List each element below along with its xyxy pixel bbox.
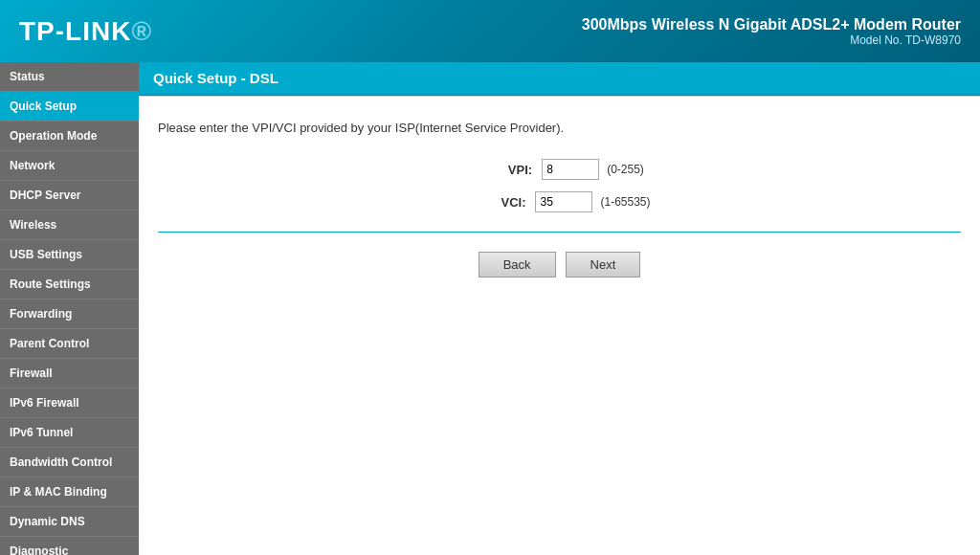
back-button[interactable]: Back bbox=[479, 252, 556, 278]
page-title: Quick Setup - DSL bbox=[139, 62, 980, 96]
header: TP-LINK® 300Mbps Wireless N Gigabit ADSL… bbox=[0, 0, 980, 62]
sidebar-item-forwarding[interactable]: Forwarding bbox=[0, 300, 139, 329]
vci-row: VCI: (1-65535) bbox=[158, 191, 961, 212]
sidebar-item-network[interactable]: Network bbox=[0, 151, 139, 181]
sidebar-item-dhcp-server[interactable]: DHCP Server bbox=[0, 181, 139, 211]
vpi-hint: (0-255) bbox=[607, 163, 644, 176]
logo-dot: ® bbox=[131, 16, 152, 46]
sidebar-item-firewall[interactable]: Firewall bbox=[0, 359, 139, 388]
model-number: Model No. TD-W8970 bbox=[582, 33, 961, 47]
sidebar-item-ipv6-tunnel[interactable]: IPv6 Tunnel bbox=[0, 418, 139, 448]
sidebar-item-usb-settings[interactable]: USB Settings bbox=[0, 240, 139, 270]
bottom-divider bbox=[158, 232, 961, 233]
sidebar-item-operation-mode[interactable]: Operation Mode bbox=[0, 122, 139, 151]
sidebar: StatusQuick SetupOperation ModeNetworkDH… bbox=[0, 62, 139, 555]
header-info: 300Mbps Wireless N Gigabit ADSL2+ Modem … bbox=[582, 16, 961, 47]
sidebar-item-dynamic-dns[interactable]: Dynamic DNS bbox=[0, 507, 139, 537]
description-text: Please enter the VPI/VCI provided by you… bbox=[158, 121, 961, 135]
sidebar-item-wireless[interactable]: Wireless bbox=[0, 211, 139, 240]
product-name: 300Mbps Wireless N Gigabit ADSL2+ Modem … bbox=[582, 16, 961, 33]
content-area: Please enter the VPI/VCI provided by you… bbox=[139, 97, 980, 301]
main-content: Quick Setup - DSL Please enter the VPI/V… bbox=[139, 62, 980, 555]
button-row: Back Next bbox=[158, 252, 961, 278]
sidebar-item-quick-setup[interactable]: Quick Setup bbox=[0, 92, 139, 122]
sidebar-item-bandwidth-control[interactable]: Bandwidth Control bbox=[0, 448, 139, 477]
sidebar-item-route-settings[interactable]: Route Settings bbox=[0, 270, 139, 300]
vci-label: VCI: bbox=[468, 195, 525, 210]
logo: TP-LINK® bbox=[19, 16, 152, 47]
sidebar-item-ip-mac-binding[interactable]: IP & MAC Binding bbox=[0, 477, 139, 507]
layout: StatusQuick SetupOperation ModeNetworkDH… bbox=[0, 62, 980, 555]
vpi-label: VPI: bbox=[475, 163, 532, 177]
logo-text: TP-LINK bbox=[19, 16, 131, 46]
vpi-row: VPI: (0-255) bbox=[158, 159, 961, 180]
vci-input[interactable] bbox=[535, 191, 592, 212]
sidebar-item-status[interactable]: Status bbox=[0, 62, 139, 92]
sidebar-item-parent-control[interactable]: Parent Control bbox=[0, 329, 139, 359]
sidebar-item-ipv6-firewall[interactable]: IPv6 Firewall bbox=[0, 388, 139, 418]
vpi-input[interactable] bbox=[542, 159, 599, 180]
logo-area: TP-LINK® bbox=[19, 16, 152, 47]
next-button[interactable]: Next bbox=[566, 252, 641, 278]
sidebar-item-diagnostic[interactable]: Diagnostic bbox=[0, 537, 139, 555]
vci-hint: (1-65535) bbox=[600, 195, 650, 209]
